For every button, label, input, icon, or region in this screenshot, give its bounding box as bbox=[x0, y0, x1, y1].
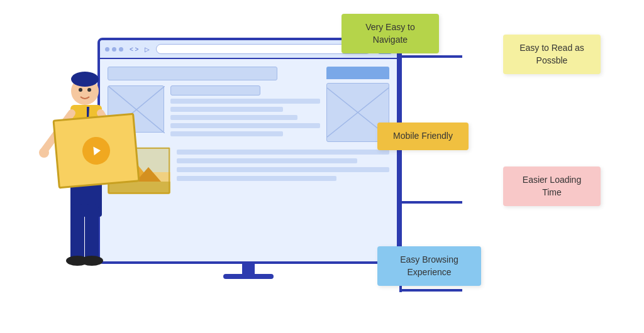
connector-h3 bbox=[399, 201, 462, 204]
dot3 bbox=[119, 47, 123, 52]
line1 bbox=[170, 99, 320, 104]
monitor-content bbox=[100, 59, 397, 205]
sticky-very-easy-navigate-text: Very Easy to Navigate bbox=[365, 22, 415, 45]
code-icon: < > bbox=[130, 46, 138, 53]
monitor-frame: < > ▷ 🔍 bbox=[97, 38, 399, 264]
svg-point-24 bbox=[79, 88, 82, 92]
wide-line1 bbox=[177, 150, 389, 155]
sticky-easy-read: Easy to Read as Possble bbox=[503, 35, 601, 74]
sticky-mobile-friendly-text: Mobile Friendly bbox=[393, 131, 453, 141]
sticky-mobile-friendly: Mobile Friendly bbox=[377, 123, 469, 150]
svg-rect-18 bbox=[70, 204, 84, 261]
stand-neck bbox=[242, 263, 255, 274]
text-lines-wide bbox=[177, 147, 389, 197]
svg-marker-26 bbox=[93, 146, 101, 155]
sticky-easy-browsing-text: Easy Browsing Experience bbox=[400, 254, 458, 277]
content-row2 bbox=[108, 147, 389, 197]
content-left bbox=[108, 67, 320, 142]
connector-h1 bbox=[399, 55, 462, 58]
address-bar[interactable] bbox=[156, 44, 372, 54]
sub-header bbox=[170, 85, 260, 96]
stand-base bbox=[223, 274, 274, 279]
wide-line2 bbox=[177, 158, 357, 163]
line4 bbox=[170, 123, 320, 128]
play-button-icon bbox=[81, 136, 111, 166]
sticky-easier-loading: Easier Loading Time bbox=[503, 166, 601, 206]
monitor: < > ▷ 🔍 bbox=[97, 38, 399, 264]
sticky-easy-read-text: Easy to Read as Possble bbox=[519, 43, 584, 65]
svg-point-22 bbox=[39, 148, 49, 158]
line2 bbox=[170, 107, 283, 112]
connector-h4 bbox=[399, 289, 462, 292]
right-tab bbox=[326, 67, 389, 79]
svg-point-21 bbox=[80, 256, 103, 266]
dot2 bbox=[112, 47, 116, 52]
sticky-easier-loading-text: Easier Loading Time bbox=[523, 175, 581, 197]
line3 bbox=[170, 115, 297, 120]
video-screen bbox=[52, 113, 140, 189]
page-container: < > ▷ 🔍 bbox=[0, 0, 644, 333]
wide-line4 bbox=[177, 176, 336, 181]
sticky-easy-browsing: Easy Browsing Experience bbox=[377, 246, 481, 286]
content-row1 bbox=[108, 67, 389, 142]
text-lines-left bbox=[170, 85, 320, 142]
svg-rect-19 bbox=[85, 204, 99, 261]
header-placeholder bbox=[108, 67, 277, 80]
wide-line3 bbox=[177, 167, 389, 172]
monitor-stand bbox=[223, 263, 274, 279]
svg-point-25 bbox=[87, 88, 91, 92]
sticky-very-easy-navigate: Very Easy to Navigate bbox=[341, 14, 439, 53]
line5 bbox=[170, 131, 283, 136]
dot1 bbox=[105, 47, 109, 52]
monitor-dots bbox=[105, 47, 123, 52]
svg-point-12 bbox=[71, 72, 99, 87]
arrow-icon: ▷ bbox=[145, 46, 150, 53]
